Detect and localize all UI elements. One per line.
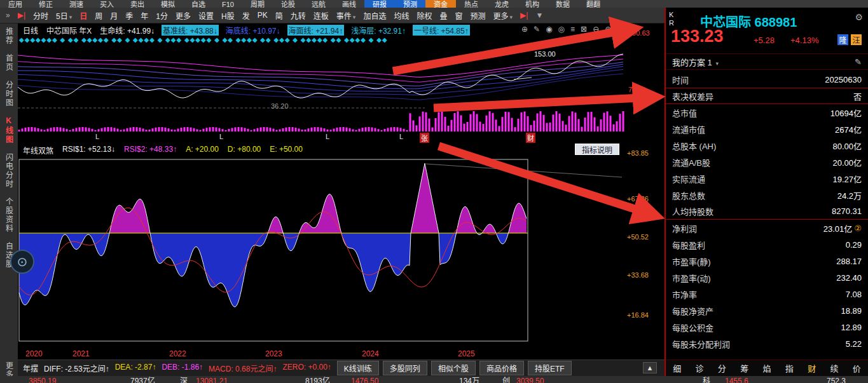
menu-item[interactable]: 论股 [273, 0, 303, 8]
toolbar-item[interactable]: 设置 [195, 8, 217, 23]
collapse-panel-icon[interactable]: ▲ [643, 362, 657, 373]
menu-item[interactable]: 周期 [242, 0, 273, 8]
bottom-bar-button[interactable]: 商品价格 [479, 361, 524, 375]
panel-tab[interactable]: 筹 [740, 362, 748, 374]
menu-item[interactable]: 画线 [334, 0, 364, 8]
toolbar-item[interactable]: 叠 [436, 8, 451, 23]
info-value: 7.08 [846, 290, 862, 299]
bottom-buttons: K线训练多股同列相似个股商品价格持股ETF [337, 361, 572, 375]
menu-item[interactable]: 远航 [303, 0, 334, 8]
menu-item[interactable]: 自选 [183, 0, 214, 8]
panel-tab[interactable]: 分 [718, 362, 726, 374]
stock-code: 688981 [755, 15, 797, 29]
toolbar-item[interactable]: 简 [272, 8, 287, 23]
panel-tab[interactable]: 诊 [695, 362, 703, 374]
toolbar-item[interactable]: 加自选 [359, 8, 390, 23]
toolbar-item[interactable]: ▶| [14, 9, 29, 22]
eye-icon[interactable]: ◉ [546, 25, 552, 34]
menu-item[interactable]: 卖出 [122, 0, 153, 8]
sidebar-item[interactable]: 闪电分时 [4, 153, 15, 189]
menu-item[interactable]: 机构 [517, 0, 548, 8]
sidebar-item[interactable]: K线图 [4, 116, 15, 144]
toolbar-item[interactable]: 年 [137, 8, 152, 23]
gear-icon[interactable]: ⚙ [855, 12, 863, 22]
hand-icon[interactable]: ≡ [570, 25, 575, 34]
toolbar-item[interactable]: 日 [76, 8, 91, 23]
circle-icon[interactable]: ② [854, 224, 862, 233]
menu-item[interactable]: 龙虎 [486, 0, 517, 8]
toolbar-item[interactable]: 5日▾ [52, 8, 76, 23]
event-marker-zhang[interactable]: 张 [420, 133, 429, 143]
bottom-bar-button[interactable]: K线训练 [337, 361, 379, 375]
sidebar-item[interactable]: 分时图 [4, 81, 15, 107]
toolbar-item[interactable]: 连板 [310, 8, 333, 23]
menu-item[interactable]: 买入 [92, 0, 122, 8]
menu-item[interactable]: F10 [214, 0, 242, 8]
panel-tab[interactable]: 续 [830, 362, 838, 374]
toolbar-item[interactable]: 发 [238, 8, 254, 23]
panel-tab[interactable]: 财 [808, 362, 816, 374]
zoom-in-icon[interactable]: ⊛ [605, 25, 611, 34]
info-label: 流通市值 [672, 123, 705, 135]
sidebar-item[interactable]: 首页 [4, 54, 15, 72]
stock-badge[interactable]: 汪 [851, 34, 862, 45]
floating-camera-icon[interactable]: ⊙ [10, 250, 34, 274]
bottom-bar-button[interactable]: 持股ETF [528, 361, 572, 375]
menu-item[interactable]: 数据 [548, 0, 578, 8]
lock-icon[interactable]: ⊠ [581, 25, 587, 34]
menu-item[interactable]: 资金 [425, 0, 456, 8]
toolbar-item[interactable]: PK [254, 9, 272, 22]
info-rows: 时间20250630表决权差异否总市值10694亿流通市值2674亿总股本 (A… [666, 71, 868, 352]
my-plan-row[interactable]: 我的方案 1 ▾ ✎ [666, 53, 868, 70]
toolbar-item[interactable]: 均线 [390, 8, 413, 23]
target-icon[interactable]: ◎ [558, 25, 565, 34]
crosshair-icon[interactable]: ⊕ [521, 25, 528, 34]
toolbar-item[interactable]: 预测 [466, 8, 489, 23]
menu-item[interactable]: 测速 [61, 0, 92, 8]
edit-icon[interactable]: ✎ [855, 57, 862, 67]
menu-item[interactable]: 热点 [456, 0, 486, 8]
indicator-bottom-bar: 年摆DIFF: -2.53元之间↑DEA: -2.87↑DEB: -1.86↑M… [18, 359, 665, 376]
indicator-help-button[interactable]: 指标说明 [575, 144, 619, 155]
menu-item[interactable]: 应用 [0, 0, 31, 8]
toolbar-item[interactable]: 分时 [29, 8, 52, 23]
toolbar-item[interactable]: 九转 [287, 8, 310, 23]
toolbar-item[interactable]: 1分 [152, 8, 172, 23]
panel-tab[interactable]: 焰 [762, 362, 771, 374]
menu-item[interactable]: 研报 [364, 0, 395, 8]
toolbar-item[interactable]: 更多▾ [489, 8, 516, 23]
toolbar-item[interactable]: ▼ [532, 9, 547, 22]
chart-area[interactable]: 日线中芯国际 年X生命线: +41.99↓基准线: +43.88↓海底线: +1… [18, 24, 665, 360]
toolbar: »▶|分时5日▾日周月季年1分更多设置H股发PK简九转连板事件▾加自选均线除权叠… [0, 8, 665, 24]
panel-tab[interactable]: 细 [673, 362, 681, 374]
menu-item[interactable]: 预测 [395, 0, 425, 8]
toolbar-item[interactable]: 窗 [451, 8, 466, 23]
pencil-icon[interactable]: ✎ [534, 25, 540, 34]
toolbar-item[interactable]: 周 [91, 8, 106, 23]
main-kline-chart[interactable] [18, 48, 626, 143]
toolbar-item[interactable]: 更多 [172, 8, 195, 23]
info-value: 80.00亿 [832, 140, 862, 152]
bottom-bar-button[interactable]: 多股同列 [383, 361, 427, 375]
zoom-out-icon[interactable]: ⊖ [593, 25, 599, 34]
axis-label: 2022 [169, 349, 186, 358]
toolbar-item[interactable]: ▶| [516, 9, 532, 22]
menu-item[interactable]: 翻翻 [578, 0, 609, 8]
toolbar-item[interactable]: 事件▾ [333, 8, 360, 23]
toolbar-item[interactable]: 除权 [413, 8, 436, 23]
indicator-value: DEB: -1.86↑ [162, 363, 203, 373]
menu-item[interactable]: 修正 [31, 0, 61, 8]
sub-rsi-chart[interactable] [18, 156, 626, 346]
stock-badge[interactable]: 隆 [837, 34, 848, 45]
toolbar-item[interactable]: 月 [106, 8, 121, 23]
sidebar-item[interactable]: 推荐 [4, 27, 15, 45]
panel-tab[interactable]: 指 [785, 362, 794, 374]
sidebar-item[interactable]: 个股资料 [4, 198, 15, 233]
bottom-bar-button[interactable]: 相似个股 [431, 361, 476, 375]
toolbar-item[interactable]: 季 [121, 8, 137, 23]
menu-item[interactable]: 模拟 [153, 0, 183, 8]
toolbar-item[interactable]: H股 [217, 8, 238, 23]
toolbar-item[interactable]: » [2, 9, 14, 22]
event-marker-cai[interactable]: 财 [526, 133, 535, 143]
panel-tab[interactable]: 价 [853, 362, 861, 374]
